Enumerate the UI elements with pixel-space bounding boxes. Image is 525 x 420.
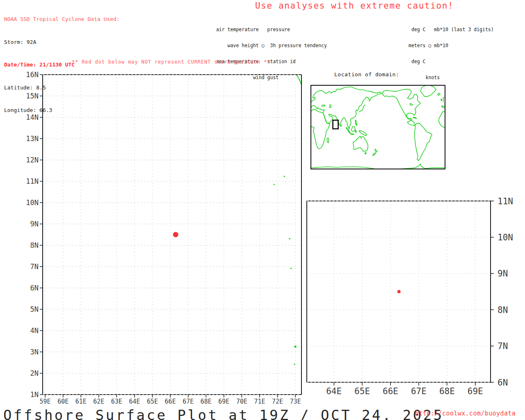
legend-line: wave height ○ 3h pressure tendency xyxy=(213,43,327,48)
offshore-surface-plot: 59E60E61E62E63E64E65E66E67E68E69E70E71E7… xyxy=(0,0,525,420)
x-tick-label: 62E xyxy=(93,398,104,405)
x-tick-label: 67E xyxy=(411,386,427,396)
x-tick-label: 67E xyxy=(183,398,194,405)
y-tick-label: 9N xyxy=(498,269,508,278)
x-tick-label: 69E xyxy=(468,386,483,396)
coastline xyxy=(373,153,376,156)
y-tick-label: 6N xyxy=(30,284,39,292)
coastline xyxy=(413,117,417,119)
y-tick-label: 7N xyxy=(498,341,508,351)
x-tick-label: 59E xyxy=(40,398,51,405)
x-tick-label: 71E xyxy=(254,398,265,405)
coastline xyxy=(443,97,445,102)
island-mark xyxy=(294,345,297,347)
legend-line: wind gust xyxy=(213,75,327,80)
y-tick-label: 10N xyxy=(498,233,513,242)
legend-line: meters ○ mb*10 xyxy=(409,43,494,48)
storm-position-dot xyxy=(397,290,401,293)
caution-banner: Use analyses with extreme caution! xyxy=(255,1,454,11)
x-tick-label: 68E xyxy=(439,386,455,396)
coastline xyxy=(439,112,445,128)
storm-position-dot xyxy=(173,232,178,237)
legend-line: knots xyxy=(409,75,494,80)
y-tick-label: 8N xyxy=(30,241,39,249)
units-legend: deg C mb*10 (last 3 digits) meters ○ mb*… xyxy=(409,16,494,91)
x-tick-label: 66E xyxy=(165,398,176,405)
coastline xyxy=(355,130,356,133)
y-tick-label: 3N xyxy=(30,348,39,356)
x-tick-label: 61E xyxy=(75,398,87,405)
map-border xyxy=(311,85,445,169)
legend-line: deg C mb*10 (last 3 digits) xyxy=(409,27,494,32)
x-tick-label: 64E xyxy=(326,386,342,396)
coastline xyxy=(365,152,366,154)
coastline xyxy=(375,149,377,152)
coastline xyxy=(415,123,432,161)
y-tick-label: 10N xyxy=(26,199,39,207)
y-tick-label: 8N xyxy=(498,305,508,315)
tc-data-header: NOAA SSD Tropical Cyclone Data Used: Sto… xyxy=(4,0,120,130)
y-tick-label: 1N xyxy=(30,390,39,399)
coastline xyxy=(329,105,331,108)
x-tick-label: 69E xyxy=(218,398,229,405)
storm-id: Storm: 92A xyxy=(4,39,120,46)
coastline xyxy=(410,104,413,105)
coastline xyxy=(353,136,368,151)
coastline xyxy=(441,106,445,107)
coastline xyxy=(382,89,420,126)
island-mark xyxy=(289,238,290,239)
storm-latitude: Latitude: 8.5 xyxy=(4,84,120,92)
island-mark xyxy=(284,176,285,177)
storm-position-note: ** Red dot below may NOT represent CURRE… xyxy=(72,59,270,65)
y-tick-label: 2N xyxy=(30,369,39,377)
coastline xyxy=(355,120,357,126)
legend-line: deg C xyxy=(409,59,494,64)
station-model-legend: air temperature pressure wave height ○ 3… xyxy=(213,16,327,91)
y-tick-label: 11N xyxy=(498,196,513,206)
zoom-map: 64E65E66E67E68E69E11N10N9N8N7N6N xyxy=(307,196,513,396)
coastline xyxy=(346,127,350,133)
island-mark xyxy=(290,268,292,269)
x-tick-label: 63E xyxy=(111,398,122,405)
coastline xyxy=(352,127,355,132)
x-tick-label: 66E xyxy=(383,386,398,396)
coastline xyxy=(350,134,354,134)
coastline xyxy=(311,110,330,149)
x-tick-label: 72E xyxy=(272,398,283,405)
y-tick-label: 6N xyxy=(498,378,508,388)
source-url: http://coolwx.com/buoydata xyxy=(415,410,516,417)
x-tick-label: 70E xyxy=(236,398,247,405)
storm-longitude: Longitude: 66.3 xyxy=(4,107,120,114)
coastline xyxy=(438,93,440,96)
coastline xyxy=(441,99,442,101)
x-tick-label: 60E xyxy=(57,398,68,405)
y-tick-label: 9N xyxy=(30,220,39,228)
island-mark xyxy=(294,364,295,365)
x-tick-label: 68E xyxy=(201,398,212,405)
coastline xyxy=(341,125,342,127)
legend-line: air temperature pressure xyxy=(213,27,327,32)
x-tick-label: 64E xyxy=(129,398,140,405)
y-tick-label: 4N xyxy=(30,326,39,335)
plot-title: Offshore Surface Plot at 19Z / OCT 24, 2… xyxy=(3,407,444,420)
y-tick-label: 11N xyxy=(26,177,39,185)
x-tick-label: 65E xyxy=(354,386,370,396)
coastline xyxy=(311,87,382,129)
island-mark xyxy=(274,184,275,185)
coastline xyxy=(321,105,325,107)
domain-box xyxy=(333,120,338,129)
coastline xyxy=(327,138,329,143)
y-tick-label: 13N xyxy=(26,135,39,143)
coastline xyxy=(359,130,367,135)
world-map xyxy=(311,85,445,169)
inset-map-title: Location of domain: xyxy=(334,71,399,78)
y-tick-label: 12N xyxy=(26,156,39,164)
noaa-source-line: NOAA SSD Tropical Cyclone Data Used: xyxy=(4,16,120,23)
y-tick-label: 5N xyxy=(30,305,39,313)
x-tick-label: 73E xyxy=(290,398,301,405)
y-tick-label: 7N xyxy=(30,262,39,271)
x-tick-label: 65E xyxy=(147,398,158,405)
